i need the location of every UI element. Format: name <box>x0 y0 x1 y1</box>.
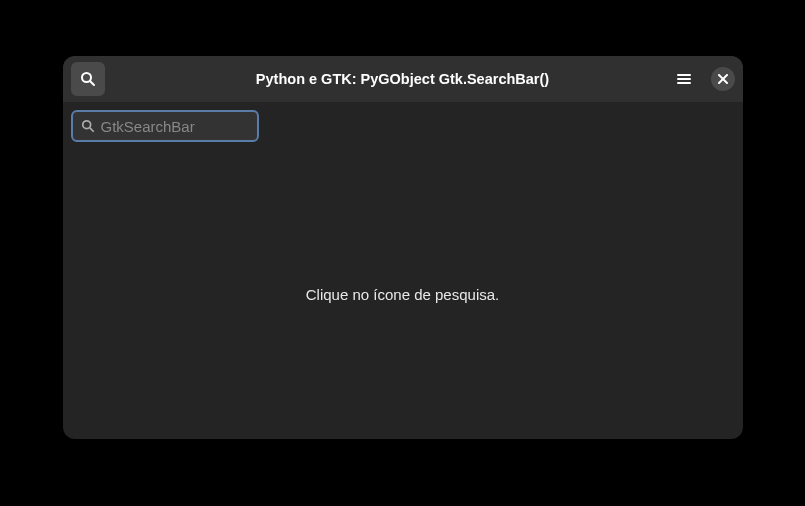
content-message: Clique no ícone de pesquisa. <box>306 286 499 303</box>
headerbar: Python e GTK: PyGObject Gtk.SearchBar() <box>63 56 743 102</box>
search-entry[interactable] <box>71 110 259 142</box>
svg-line-8 <box>89 128 92 131</box>
close-button[interactable] <box>711 67 735 91</box>
search-icon <box>81 119 95 133</box>
search-input[interactable] <box>101 118 291 135</box>
hamburger-icon <box>676 71 692 87</box>
svg-line-1 <box>90 81 94 85</box>
close-icon <box>718 74 728 84</box>
search-toggle-button[interactable] <box>71 62 105 96</box>
searchbar <box>63 102 743 150</box>
headerbar-right <box>669 64 735 94</box>
application-window: Python e GTK: PyGObject Gtk.SearchBar() <box>63 56 743 439</box>
content-area: Clique no ícone de pesquisa. <box>63 150 743 439</box>
search-icon <box>80 71 96 87</box>
menu-button[interactable] <box>669 64 699 94</box>
window-title: Python e GTK: PyGObject Gtk.SearchBar() <box>256 71 549 87</box>
headerbar-left <box>71 62 105 96</box>
